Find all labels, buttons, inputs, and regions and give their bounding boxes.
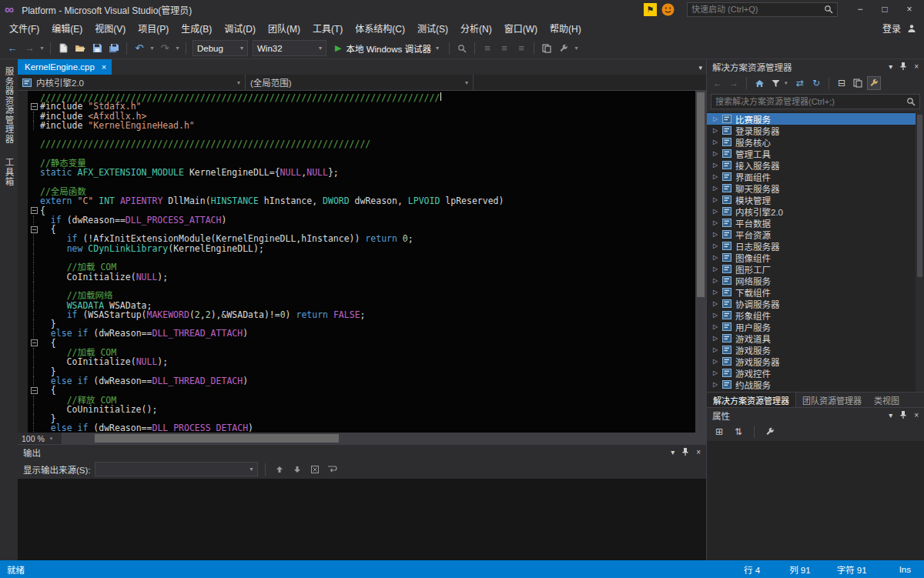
word-wrap-icon[interactable] xyxy=(326,463,340,476)
expand-arrow-icon[interactable]: ▷ xyxy=(711,139,719,145)
quick-launch-box[interactable] xyxy=(687,2,838,17)
feedback-smiley-icon[interactable] xyxy=(661,3,675,16)
expand-arrow-icon[interactable]: ▷ xyxy=(711,346,719,353)
expand-arrow-icon[interactable]: ▷ xyxy=(711,231,719,238)
expand-arrow-icon[interactable]: ▷ xyxy=(711,323,719,330)
menu-生成(B)[interactable]: 生成(B) xyxy=(175,19,218,37)
solution-configurations-dropdown[interactable]: Debug ▾ xyxy=(192,40,248,56)
toolbar-overflow-icon[interactable]: ▾ xyxy=(573,45,580,52)
document-tab[interactable]: KernelEngine.cpp × xyxy=(18,59,112,75)
tree-item-约战服务器[interactable]: ▷约战服务器 xyxy=(707,390,924,392)
menu-体系结构(C)[interactable]: 体系结构(C) xyxy=(349,19,411,37)
save-icon[interactable] xyxy=(89,41,105,56)
breakpoint-margin[interactable] xyxy=(18,91,28,433)
tree-item-协调服务器[interactable]: ▷协调服务器 xyxy=(707,298,924,309)
expand-arrow-icon[interactable]: ▷ xyxy=(711,150,719,157)
tree-item-管理工具[interactable]: ▷管理工具 xyxy=(707,148,924,159)
close-button[interactable]: × xyxy=(899,4,919,15)
expand-arrow-icon[interactable]: ▷ xyxy=(711,242,719,249)
home-icon[interactable] xyxy=(752,76,766,90)
expand-arrow-icon[interactable]: ▷ xyxy=(711,369,719,376)
navigate-back-icon[interactable]: ← xyxy=(5,41,20,56)
menu-编辑(E)[interactable]: 编辑(E) xyxy=(45,19,89,37)
scrollbar-thumb[interactable] xyxy=(95,434,340,443)
zoom-dropdown[interactable]: 100 % ▾ xyxy=(18,433,62,444)
collapse-all-icon[interactable]: ⊟ xyxy=(835,76,849,90)
code-lines[interactable]: ////////////////////////////////////////… xyxy=(28,91,695,433)
pin-icon[interactable] xyxy=(899,62,907,72)
categorized-icon[interactable]: ⊞ xyxy=(712,425,726,439)
previous-message-icon[interactable] xyxy=(273,463,286,476)
forward-icon[interactable]: → xyxy=(727,76,741,90)
panel-tab-类视图[interactable]: 类视图 xyxy=(868,393,906,407)
sign-in-link[interactable]: 登录 xyxy=(882,22,901,35)
expand-arrow-icon[interactable]: ▷ xyxy=(711,219,719,226)
tree-item-模块管理[interactable]: ▷模块管理 xyxy=(707,194,924,205)
solution-explorer-window-icon[interactable] xyxy=(539,41,554,56)
find-in-files-icon[interactable] xyxy=(454,41,470,56)
tree-vertical-scrollbar[interactable] xyxy=(916,112,924,392)
redo-icon[interactable]: ↷ xyxy=(157,41,172,56)
close-icon[interactable]: × xyxy=(914,411,919,419)
solution-tree[interactable]: ▷比赛服务▷登录服务器▷服务核心▷管理工具▷接入服务器▷界面组件▷聊天服务器▷模… xyxy=(707,112,924,392)
expand-arrow-icon[interactable]: ▷ xyxy=(711,162,719,169)
immediate-window-icon[interactable]: ≡ xyxy=(497,41,512,56)
fold-toggle-icon[interactable] xyxy=(28,225,40,234)
tree-item-日志服务器[interactable]: ▷日志服务器 xyxy=(707,240,924,252)
scrollbar-thumb[interactable] xyxy=(917,115,922,277)
sync-with-active-document-icon[interactable]: ⇄ xyxy=(793,76,807,90)
panel-tab-团队资源管理器[interactable]: 团队资源管理器 xyxy=(796,393,868,407)
window-position-icon[interactable]: ▾ xyxy=(671,448,675,456)
properties-content[interactable] xyxy=(707,441,924,560)
window-position-icon[interactable]: ▾ xyxy=(889,411,892,419)
command-window-icon[interactable]: ≡ xyxy=(480,41,495,56)
tree-item-游戏服务器[interactable]: ▷游戏服务器 xyxy=(707,356,924,367)
undo-icon[interactable]: ↶ xyxy=(132,41,147,56)
side-tab-工具箱[interactable]: 工具箱 xyxy=(3,158,15,187)
expand-arrow-icon[interactable]: ▷ xyxy=(711,127,719,134)
properties-window-icon[interactable] xyxy=(556,41,571,56)
editor-vertical-scrollbar[interactable] xyxy=(695,91,706,433)
expand-arrow-icon[interactable]: ▷ xyxy=(711,312,719,319)
output-source-dropdown[interactable]: ▾ xyxy=(95,462,258,476)
minimize-button[interactable]: − xyxy=(850,4,870,15)
fold-toggle-icon[interactable] xyxy=(28,339,40,348)
expand-arrow-icon[interactable]: ▷ xyxy=(711,381,719,388)
quick-launch-input[interactable] xyxy=(691,5,824,14)
tree-item-比赛服务[interactable]: ▷比赛服务 xyxy=(707,113,924,125)
tree-item-平台资源[interactable]: ▷平台资源 xyxy=(707,229,924,240)
menu-调试(D)[interactable]: 调试(D) xyxy=(218,19,262,37)
filter-icon[interactable] xyxy=(768,76,782,90)
menu-视图(V)[interactable]: 视图(V) xyxy=(89,19,132,37)
output-content[interactable] xyxy=(18,479,706,560)
menu-文件(F)[interactable]: 文件(F) xyxy=(3,19,45,37)
fold-toggle-icon[interactable] xyxy=(28,386,40,395)
menu-窗口(W)[interactable]: 窗口(W) xyxy=(498,19,544,37)
tree-item-接入服务器[interactable]: ▷接入服务器 xyxy=(707,159,924,171)
solution-platforms-dropdown[interactable]: Win32 ▾ xyxy=(253,40,326,56)
expand-arrow-icon[interactable]: ▷ xyxy=(711,289,719,296)
close-icon[interactable]: × xyxy=(914,62,919,71)
solution-search-box[interactable] xyxy=(711,94,920,109)
active-files-dropdown-icon[interactable]: ▾ xyxy=(698,64,702,72)
editor-horizontal-scrollbar[interactable] xyxy=(62,433,706,444)
undo-dropdown-icon[interactable]: ▾ xyxy=(149,45,156,52)
expand-arrow-icon[interactable]: ▷ xyxy=(711,115,719,122)
tree-item-网络服务[interactable]: ▷网络服务 xyxy=(707,275,924,286)
tree-item-图形工厂[interactable]: ▷图形工厂 xyxy=(707,263,924,275)
property-pages-icon[interactable] xyxy=(763,425,777,439)
tree-item-游戏控件[interactable]: ▷游戏控件 xyxy=(707,367,924,379)
back-icon[interactable]: ← xyxy=(711,76,725,90)
next-message-icon[interactable] xyxy=(290,463,304,476)
menu-分析(N)[interactable]: 分析(N) xyxy=(454,19,498,37)
expand-arrow-icon[interactable]: ▷ xyxy=(711,358,719,365)
tree-item-平台数据[interactable]: ▷平台数据 xyxy=(707,217,924,229)
tree-item-用户服务[interactable]: ▷用户服务 xyxy=(707,321,924,332)
expand-arrow-icon[interactable]: ▷ xyxy=(711,254,719,261)
tree-item-游戏道具[interactable]: ▷游戏道具 xyxy=(707,332,924,344)
redo-dropdown-icon[interactable]: ▾ xyxy=(174,45,181,52)
refresh-icon[interactable]: ↻ xyxy=(809,76,823,90)
tree-item-形象组件[interactable]: ▷形象组件 xyxy=(707,309,924,321)
tree-item-内核引擎2.0[interactable]: ▷内核引擎2.0 xyxy=(707,205,924,217)
user-avatar-icon[interactable] xyxy=(907,24,916,33)
